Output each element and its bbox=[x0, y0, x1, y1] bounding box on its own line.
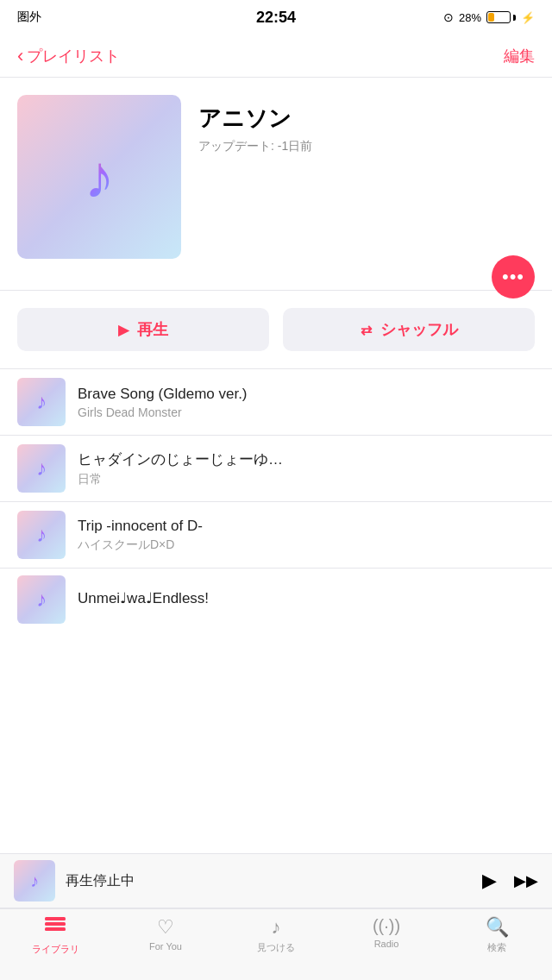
tab-library-label: ライブラリ bbox=[32, 943, 79, 956]
music-note-icon: ♪ bbox=[85, 142, 115, 211]
nav-bar: ‹ プレイリスト 編集 bbox=[0, 35, 552, 78]
mini-controls: ▶ ▶▶ bbox=[482, 870, 538, 892]
status-bar: 圏外 22:54 ⊙ 28% ⚡ bbox=[0, 0, 552, 35]
list-item[interactable]: ♪ Trip -innocent of D- ハイスクールD×D bbox=[0, 502, 552, 569]
music-icon: ♪ bbox=[272, 916, 281, 939]
lock-icon: ⊙ bbox=[443, 10, 454, 24]
song-title-2: ヒャダインのじょーじょーゆ… bbox=[78, 449, 535, 469]
svg-rect-2 bbox=[45, 927, 66, 931]
music-note-icon: ♪ bbox=[30, 871, 39, 891]
tab-bar: ライブラリ ♡ For You ♪ 見つける ((·)) Radio 🔍 検索 bbox=[0, 908, 552, 980]
chevron-left-icon: ‹ bbox=[17, 45, 23, 67]
list-item[interactable]: ♪ ヒャダインのじょーじょーゆ… 日常 bbox=[0, 436, 552, 502]
song-artist-3: ハイスクールD×D bbox=[78, 537, 535, 553]
more-button[interactable]: ••• bbox=[492, 255, 535, 298]
song-artist-2: 日常 bbox=[78, 472, 535, 487]
mini-forward-button[interactable]: ▶▶ bbox=[514, 871, 538, 890]
tab-radio[interactable]: ((·)) Radio bbox=[331, 916, 442, 949]
song-details-2: ヒャダインのじょーじょーゆ… 日常 bbox=[78, 449, 535, 487]
shuffle-icon: ⇄ bbox=[361, 322, 372, 338]
song-artist-1: Girls Dead Monster bbox=[78, 405, 535, 419]
song-list: ♪ Brave Song (Gldemo ver.) Girls Dead Mo… bbox=[0, 369, 552, 631]
song-title-1: Brave Song (Gldemo ver.) bbox=[78, 386, 535, 403]
tab-library[interactable]: ライブラリ bbox=[0, 916, 110, 956]
mini-play-button[interactable]: ▶ bbox=[482, 870, 497, 892]
mini-artwork: ♪ bbox=[14, 860, 55, 901]
battery-icon bbox=[486, 11, 516, 23]
playlist-name: アニソン bbox=[198, 104, 535, 134]
tab-discover[interactable]: ♪ 見つける bbox=[221, 916, 331, 954]
action-buttons: ▶ 再生 ⇄ シャッフル bbox=[0, 291, 552, 368]
play-label: 再生 bbox=[137, 319, 168, 340]
shuffle-button[interactable]: ⇄ シャッフル bbox=[283, 308, 535, 351]
search-icon: 🔍 bbox=[486, 916, 509, 939]
music-note-icon: ♪ bbox=[36, 390, 47, 414]
ellipsis-icon: ••• bbox=[502, 266, 524, 288]
heart-icon: ♡ bbox=[157, 916, 174, 939]
tab-for-you-label: For You bbox=[149, 941, 182, 952]
song-details-4: Unmei♩wa♩Endless! bbox=[78, 589, 535, 610]
song-details-3: Trip -innocent of D- ハイスクールD×D bbox=[78, 518, 535, 553]
svg-rect-1 bbox=[45, 922, 66, 926]
song-details-1: Brave Song (Gldemo ver.) Girls Dead Mons… bbox=[78, 386, 535, 419]
carrier-label: 圏外 bbox=[17, 9, 41, 25]
playlist-artwork: ♪ bbox=[17, 95, 181, 259]
edit-button[interactable]: 編集 bbox=[504, 46, 535, 66]
list-item[interactable]: ♪ Brave Song (Gldemo ver.) Girls Dead Mo… bbox=[0, 369, 552, 436]
back-label: プレイリスト bbox=[27, 46, 120, 66]
music-note-icon: ♪ bbox=[36, 523, 47, 547]
song-artwork-3: ♪ bbox=[17, 511, 66, 559]
back-button[interactable]: ‹ プレイリスト bbox=[17, 45, 120, 67]
playlist-info: アニソン アップデート: -1日前 bbox=[198, 95, 535, 154]
song-title-3: Trip -innocent of D- bbox=[78, 518, 535, 535]
tab-discover-label: 見つける bbox=[257, 941, 295, 954]
list-item[interactable]: ♪ Unmei♩wa♩Endless! bbox=[0, 569, 552, 631]
time-label: 22:54 bbox=[256, 9, 296, 27]
shuffle-label: シャッフル bbox=[380, 319, 458, 340]
tab-for-you[interactable]: ♡ For You bbox=[110, 916, 221, 952]
song-artwork-1: ♪ bbox=[17, 378, 66, 426]
svg-rect-0 bbox=[45, 917, 66, 920]
playlist-header: ♪ アニソン アップデート: -1日前 bbox=[0, 78, 552, 273]
library-icon bbox=[44, 916, 66, 940]
tab-radio-label: Radio bbox=[374, 939, 399, 949]
play-button[interactable]: ▶ 再生 bbox=[17, 308, 269, 351]
lightning-icon: ⚡ bbox=[521, 11, 535, 24]
play-icon: ▶ bbox=[118, 322, 129, 338]
radio-icon: ((·)) bbox=[373, 916, 400, 936]
playlist-updated: アップデート: -1日前 bbox=[198, 139, 535, 154]
battery-percent: 28% bbox=[459, 11, 481, 24]
more-btn-wrap: ••• bbox=[0, 255, 552, 290]
mini-player[interactable]: ♪ 再生停止中 ▶ ▶▶ bbox=[0, 853, 552, 908]
song-artwork-2: ♪ bbox=[17, 444, 66, 493]
mini-player-status: 再生停止中 bbox=[66, 872, 472, 890]
tab-search[interactable]: 🔍 検索 bbox=[442, 916, 552, 954]
music-note-icon: ♪ bbox=[36, 456, 47, 481]
tab-search-label: 検索 bbox=[487, 941, 506, 954]
music-note-icon: ♪ bbox=[36, 587, 47, 612]
song-title-4: Unmei♩wa♩Endless! bbox=[78, 589, 535, 607]
status-right: ⊙ 28% ⚡ bbox=[443, 10, 535, 24]
song-artwork-4: ♪ bbox=[17, 575, 66, 624]
